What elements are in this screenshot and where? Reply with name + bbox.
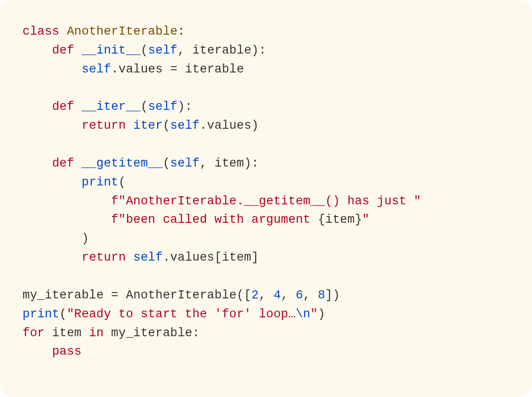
code-token: self (148, 44, 178, 57)
code-token: ) (23, 232, 89, 245)
code-token: 2 (251, 289, 258, 302)
code-token: AnotherIterable (67, 25, 177, 38)
code-token: "Ready to start the 'for' loop… (67, 307, 295, 321)
code-token: 8 (318, 289, 325, 302)
code-line: my_iterable = AnotherIterable([2, 4, 6, … (23, 289, 340, 302)
code-token (23, 63, 81, 76)
code-token: item (52, 326, 89, 340)
code-line: ) (23, 232, 89, 245)
code-token: print (23, 307, 59, 321)
code-token: return (81, 119, 133, 132)
code-line: f"AnotherIterable.__getitem__() has just… (23, 194, 421, 208)
code-token: , item): (200, 157, 259, 170)
code-line: def __init__(self, iterable): (23, 44, 266, 57)
code-token: : (177, 25, 185, 38)
code-token: pass (52, 345, 82, 358)
code-token: iter (133, 119, 163, 132)
code-token: .values) (200, 119, 259, 132)
code-token: def (52, 100, 82, 113)
code-token: __iter__ (81, 100, 140, 113)
code-token: ( (118, 176, 126, 189)
code-token: 6 (296, 289, 303, 302)
code-token: return (81, 251, 133, 264)
code-block: class AnotherIterable: def __init__(self… (23, 23, 514, 361)
code-token: { (318, 213, 325, 226)
code-token (23, 345, 52, 358)
code-line: print( (23, 176, 126, 189)
code-token: self (170, 119, 200, 132)
code-token: 4 (274, 289, 281, 302)
code-token: __getitem__ (81, 157, 162, 170)
code-token: } (355, 213, 362, 226)
code-token (23, 251, 81, 264)
code-token: self (148, 100, 178, 113)
code-token: ( (163, 157, 170, 170)
code-token: ( (163, 119, 170, 132)
code-line: return iter(self.values) (23, 119, 259, 132)
code-token (23, 119, 81, 132)
code-token: , (281, 289, 296, 302)
code-token: \n (296, 307, 311, 321)
code-line: f"been called with argument {item}" (23, 213, 370, 226)
code-line: self.values = iterable (23, 63, 244, 76)
code-token: " (362, 213, 370, 226)
code-token: my_iterable: (111, 326, 200, 340)
code-token: self (133, 251, 163, 264)
code-token: f"AnotherIterable.__getitem__() has just… (111, 194, 421, 208)
code-token: ]) (325, 289, 340, 302)
code-token (23, 100, 52, 113)
code-line: pass (23, 345, 81, 358)
code-token: f"been called with argument (111, 213, 318, 226)
code-line: print("Ready to start the 'for' loop…\n"… (23, 307, 325, 321)
code-token (23, 194, 111, 208)
code-line: for item in my_iterable: (23, 326, 200, 340)
code-token: self (170, 157, 200, 170)
code-token: ( (59, 307, 67, 321)
code-token: ) (318, 307, 325, 321)
code-token: def (52, 44, 82, 57)
code-token: ): (178, 100, 193, 113)
code-token: def (52, 157, 82, 170)
code-token: in (89, 326, 111, 340)
code-token: ( (140, 100, 148, 113)
code-token: .values = iterable (111, 63, 244, 76)
code-token: , iterable): (178, 44, 266, 57)
code-line: return self.values[item] (23, 251, 259, 264)
code-token (23, 44, 52, 57)
code-token: " (311, 307, 318, 321)
code-token: class (23, 25, 67, 38)
code-line: def __getitem__(self, item): (23, 157, 259, 170)
code-token: __init__ (81, 44, 140, 57)
code-token: self (81, 63, 111, 76)
code-token: my_iterable = AnotherIterable([ (23, 289, 251, 302)
code-token: , (259, 289, 274, 302)
code-token: print (81, 176, 118, 189)
code-token (23, 213, 111, 226)
code-token: for (23, 326, 52, 340)
code-token: item (325, 213, 355, 226)
code-token (23, 176, 81, 189)
code-token (23, 157, 52, 170)
code-token: , (303, 289, 318, 302)
code-line: def __iter__(self): (23, 100, 192, 113)
code-card: class AnotherIterable: def __init__(self… (0, 0, 532, 397)
code-token: .values[item] (163, 251, 259, 264)
code-line: class AnotherIterable: (23, 25, 185, 38)
code-token: ( (140, 44, 148, 57)
